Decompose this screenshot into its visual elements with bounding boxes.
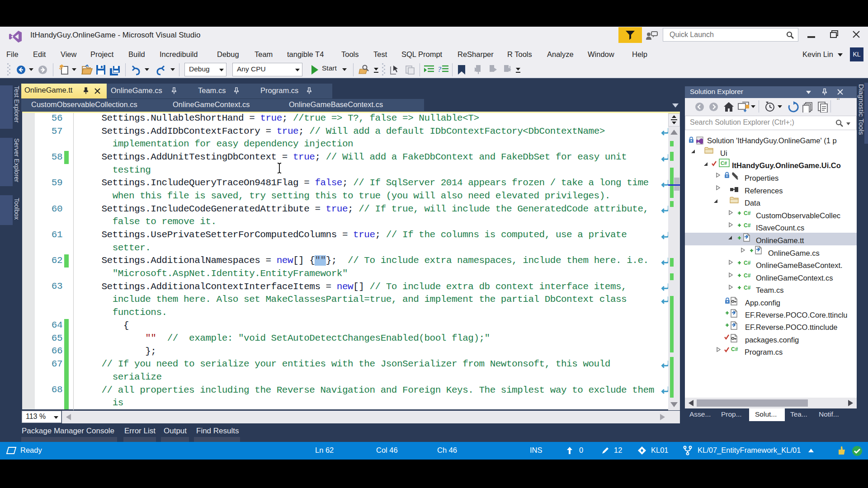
svg-text:ItHandyGuy.OnlineGame.Ui.Co: ItHandyGuy.OnlineGame.Ui.Co	[732, 161, 841, 169]
svg-text:packages.config: packages.config	[745, 336, 799, 344]
svg-text:EF.Reverse.POCO.Core.ttinclu: EF.Reverse.POCO.Core.ttinclu	[745, 311, 848, 319]
svg-text:C#: C#	[721, 160, 727, 166]
svg-text:OnlineGameBaseContext.: OnlineGameBaseContext.	[756, 261, 843, 269]
svg-text:Ui: Ui	[720, 149, 727, 157]
svg-text:Program.cs: Program.cs	[745, 348, 783, 356]
svg-text:OnlineGameContext.cs: OnlineGameContext.cs	[756, 274, 833, 282]
svg-text:References: References	[745, 187, 783, 195]
svg-text:Solution 'ItHandyGuy.OnlineGam: Solution 'ItHandyGuy.OnlineGame' (1 p	[707, 136, 837, 145]
svg-text:ISaveCount.cs: ISaveCount.cs	[756, 224, 804, 232]
svg-text:Data: Data	[745, 199, 761, 207]
svg-text:CustomObservableCollec: CustomObservableCollec	[756, 211, 840, 220]
svg-text:EF.Reverse.POCO.ttinclude: EF.Reverse.POCO.ttinclude	[745, 323, 838, 331]
svg-text:Properties: Properties	[745, 174, 778, 182]
svg-text:Team.cs: Team.cs	[756, 286, 783, 294]
svg-text:App.config: App.config	[745, 299, 780, 307]
svg-text:OnlineGame.cs: OnlineGame.cs	[768, 249, 820, 257]
svg-text:?: ?	[438, 66, 441, 73]
svg-text:OnlineGame.tt: OnlineGame.tt	[756, 236, 804, 244]
